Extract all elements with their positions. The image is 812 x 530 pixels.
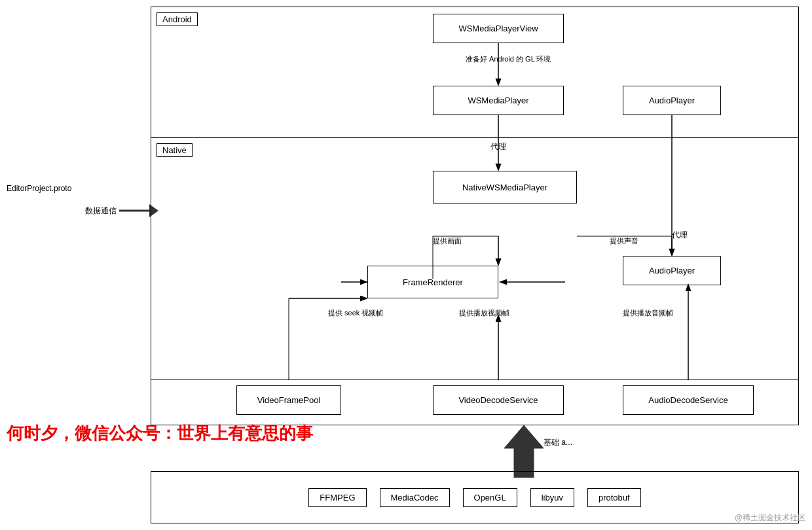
diagram-area: Android WSMediaPlayerView WSMediaPlayer … [151, 7, 799, 425]
provide-frame-label: 提供画面 [433, 236, 462, 246]
audio-player-native-box: AudioPlayer [623, 256, 721, 285]
provide-seek-frame-label: 提供 seek 视频帧 [328, 308, 383, 318]
editor-project-label: EditorProject.proto [7, 184, 71, 193]
svg-marker-15 [504, 425, 544, 478]
data-comm-area: 数据通信 [85, 202, 158, 220]
video-frame-pool-box: VideoFramePool [236, 385, 341, 415]
left-panel: EditorProject.proto [7, 183, 85, 193]
frame-renderer-box: FrameRenderer [367, 266, 498, 298]
native-ws-media-player-box: NativeWSMediaPlayer [433, 171, 577, 203]
prepare-gl-label: 准备好 Android 的 GL 环境 [466, 54, 551, 64]
ws-media-player-box: WSMediaPlayer [433, 86, 564, 115]
base-label: 基础 a... [544, 437, 572, 448]
main-container: EditorProject.proto 数据通信 Android WSMedia… [0, 0, 812, 530]
media-codec-box: MediaCodec [380, 488, 450, 507]
native-section: Native NativeWSMediaPlayer AudioPlayer F… [151, 138, 798, 380]
video-decode-service-box: VideoDecodeService [433, 385, 564, 415]
bottom-up-arrow [504, 422, 544, 478]
native-label: Native [157, 143, 193, 157]
proxy-android-label: 代理 [490, 141, 506, 152]
android-label: Android [157, 12, 198, 26]
libyuv-box: libyuv [530, 488, 574, 507]
bottom-section: FFMPEG MediaCodec OpenGL libyuv protobuf [151, 471, 799, 523]
opengl-box: OpenGL [463, 488, 517, 507]
android-section: Android WSMediaPlayerView WSMediaPlayer … [151, 7, 798, 138]
watermark-text: 何时夕，微信公众号：世界上有意思的事 [7, 422, 313, 445]
provide-audio-frame-label: 提供播放音频帧 [623, 308, 673, 318]
provide-play-frame-label: 提供播放视频帧 [459, 308, 509, 318]
provide-sound-label: 提供声音 [610, 236, 638, 246]
ws-media-player-view-box: WSMediaPlayerView [433, 14, 564, 43]
proxy-native-label: 代理 [672, 230, 688, 241]
base-section: VideoFramePool VideoDecodeService AudioD… [151, 380, 798, 426]
audio-player-android-box: AudioPlayer [623, 86, 721, 115]
attribution-label: @稀土掘金技术社区 [735, 512, 805, 523]
audio-decode-service-box: AudioDecodeService [623, 385, 754, 415]
data-comm-label: 数据通信 [85, 205, 117, 217]
ffmpeg-box: FFMPEG [308, 488, 366, 507]
protobuf-box: protobuf [587, 488, 641, 507]
